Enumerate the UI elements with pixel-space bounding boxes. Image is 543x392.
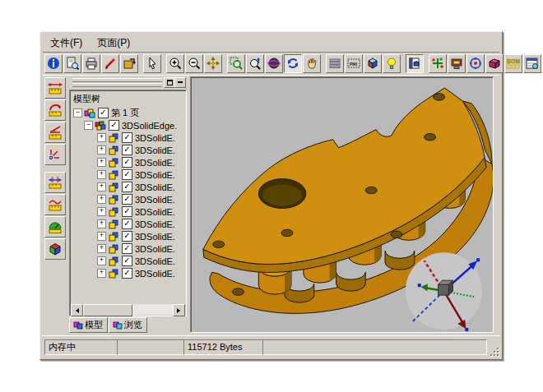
visibility-checkbox[interactable]: ✓ — [122, 231, 132, 242]
zoom-window-button[interactable] — [227, 54, 245, 73]
tree-row-part[interactable]: + ✓ 3DSolidE. — [70, 193, 186, 205]
visibility-checkbox[interactable]: ✓ — [122, 132, 132, 143]
report-table-button[interactable] — [523, 54, 541, 73]
scroll-right-button[interactable] — [173, 304, 185, 316]
measure-volume-button[interactable] — [44, 238, 66, 260]
view-manager-button[interactable] — [406, 54, 424, 73]
tree-row-part[interactable]: + ✓ 3DSolidE. — [70, 267, 186, 279]
zoom-in-button[interactable] — [166, 54, 184, 73]
tree-row-part[interactable]: + ✓ 3DSolidE. — [70, 131, 186, 144]
tree-row-part[interactable]: + ✓ 3DSolidE. — [70, 168, 186, 181]
model-tree-box: 模型树 − ✓ 第 1 页 − ✓ 3DSolidEdge. + ✓ 3DSol… — [69, 90, 187, 316]
tree-row-part[interactable]: + ✓ 3DSolidE. — [70, 181, 186, 193]
menu-page[interactable]: 页面(P) — [90, 35, 137, 52]
tab-browse[interactable]: 浏览 — [109, 317, 147, 333]
visibility-checkbox[interactable]: ✓ — [122, 169, 132, 180]
display-style-button[interactable] — [326, 54, 344, 73]
tree-row-part[interactable]: + ✓ 3DSolidE. — [70, 218, 186, 230]
expand-icon[interactable]: + — [97, 207, 106, 216]
tree-row-page[interactable]: − ✓ 第 1 页 — [70, 107, 186, 119]
measure-curve-length-button[interactable] — [44, 194, 66, 215]
measure-angle-button[interactable] — [44, 122, 66, 143]
visibility-checkbox[interactable]: ✓ — [122, 219, 132, 229]
scroll-left-button[interactable] — [71, 304, 83, 316]
visibility-checkbox[interactable]: ✓ — [109, 120, 119, 131]
measure-area-button[interactable] — [44, 216, 66, 238]
tab-model[interactable]: 模型 — [69, 317, 108, 333]
pmi-button[interactable]: PMI — [345, 54, 363, 73]
solid-model-button[interactable] — [485, 54, 504, 73]
scroll-track[interactable] — [132, 304, 173, 315]
rotate-sphere-icon — [267, 57, 281, 70]
measure-distance-button[interactable] — [44, 77, 66, 99]
tree-row-part[interactable]: + ✓ 3DSolidE. — [70, 242, 186, 255]
expand-icon[interactable]: + — [97, 145, 106, 154]
expand-icon[interactable]: + — [97, 170, 106, 179]
dynamic-zoom-icon — [248, 57, 262, 70]
expand-icon[interactable]: + — [97, 195, 106, 204]
measure-between-icon — [48, 175, 63, 190]
panel-gripper[interactable] — [72, 78, 162, 82]
tree-row-part[interactable]: + ✓ 3DSolidE. — [70, 144, 186, 156]
bom-button[interactable]: BOM — [504, 54, 522, 73]
lighting-button[interactable] — [383, 54, 401, 73]
visibility-checkbox[interactable]: ✓ — [122, 243, 132, 254]
collapse-icon[interactable]: − — [84, 121, 93, 130]
zoom-out-button[interactable] — [185, 54, 203, 73]
dynamic-rotate-button[interactable] — [265, 54, 283, 73]
expand-icon[interactable]: + — [97, 219, 106, 228]
capture-image-button[interactable] — [448, 54, 466, 73]
print-preview-button[interactable] — [63, 54, 81, 73]
tree-row-part[interactable]: + ✓ 3DSolidE. — [70, 156, 186, 168]
dynamic-zoom-button[interactable] — [246, 54, 264, 73]
print-button[interactable] — [82, 54, 100, 73]
panel-header[interactable] — [69, 77, 187, 88]
visibility-checkbox[interactable]: ✓ — [122, 268, 132, 279]
expand-icon[interactable]: + — [97, 269, 106, 278]
tree-label: 3DSolidE. — [135, 170, 175, 180]
visibility-checkbox[interactable]: ✓ — [122, 157, 132, 168]
scroll-thumb[interactable] — [83, 304, 132, 316]
expand-icon[interactable]: + — [97, 244, 106, 253]
select-button[interactable] — [143, 54, 161, 73]
expand-icon[interactable]: + — [97, 232, 106, 241]
visibility-checkbox[interactable]: ✓ — [122, 256, 132, 266]
measure-between-button[interactable] — [44, 172, 66, 193]
tree-row-part[interactable]: + ✓ 3DSolidE. — [70, 205, 186, 218]
collapse-icon[interactable]: − — [73, 108, 82, 118]
model-tools-button[interactable] — [429, 54, 447, 73]
pan-hand-button[interactable] — [303, 54, 321, 73]
menu-file[interactable]: 文件(F) — [43, 35, 90, 52]
expand-icon[interactable]: + — [97, 182, 106, 191]
tree-row-assembly[interactable]: − ✓ 3DSolidEdge. — [70, 119, 186, 131]
pan-move-button[interactable] — [204, 54, 222, 73]
viewport[interactable] — [190, 76, 494, 333]
visibility-checkbox[interactable]: ✓ — [122, 194, 132, 205]
panel-restore-button[interactable] — [164, 77, 175, 88]
expand-icon[interactable]: + — [97, 256, 106, 265]
tree-row-part[interactable]: + ✓ 3DSolidE. — [70, 255, 186, 267]
measure-radius-button[interactable] — [44, 99, 66, 121]
rotate-around-button[interactable] — [466, 54, 485, 73]
visibility-checkbox[interactable]: ✓ — [122, 145, 132, 155]
rotate-around-icon — [469, 57, 482, 70]
measure-coordinate-button[interactable] — [44, 144, 66, 165]
render-mode-button[interactable] — [364, 54, 382, 73]
visibility-checkbox[interactable]: ✓ — [122, 182, 132, 192]
panel-gripper[interactable] — [72, 83, 162, 87]
tree-row-part[interactable]: + ✓ 3DSolidE. — [70, 230, 186, 242]
annotate-button[interactable] — [101, 54, 119, 73]
expand-icon[interactable]: + — [97, 158, 106, 167]
resize-grip[interactable] — [489, 346, 499, 357]
export-button[interactable] — [120, 54, 138, 73]
tree-children: + ✓ 3DSolidE. + ✓ 3DSolidE. + ✓ 3DSolidE… — [70, 131, 186, 279]
content-area: 模型树 − ✓ 第 1 页 − ✓ 3DSolidEdge. + ✓ 3DSol… — [42, 76, 500, 334]
panel-tabs: 模型 浏览 — [69, 317, 148, 333]
info-button[interactable] — [44, 54, 63, 73]
visibility-checkbox[interactable]: ✓ — [122, 206, 132, 217]
refresh-view-button[interactable] — [284, 54, 302, 73]
panel-close-button[interactable] — [174, 77, 186, 88]
expand-icon[interactable]: + — [97, 133, 106, 142]
tree-hscrollbar[interactable] — [71, 304, 185, 315]
visibility-checkbox[interactable]: ✓ — [98, 108, 109, 118]
